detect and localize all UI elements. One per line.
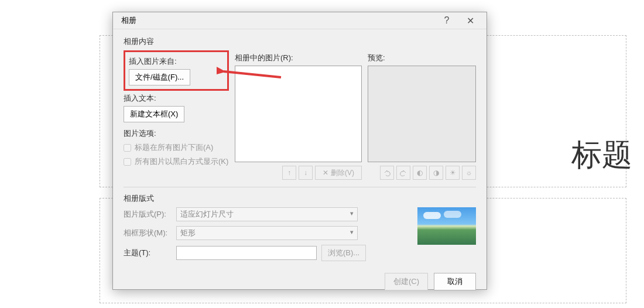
- highlight-annotation: 插入图片来自: 文件/磁盘(F)...: [124, 50, 229, 91]
- file-disk-button[interactable]: 文件/磁盘(F)...: [129, 69, 190, 85]
- contrast-up-button: ◐: [413, 166, 427, 180]
- insert-picture-from-label: 插入图片来自:: [129, 56, 224, 67]
- frame-shape-label: 相框形状(M):: [124, 228, 176, 238]
- caption-below-checkbox: [124, 144, 131, 152]
- theme-label: 主题(T):: [124, 248, 176, 258]
- move-down-button: ↓: [299, 166, 313, 180]
- picture-layout-label: 图片版式(P):: [124, 209, 176, 220]
- album-content-label: 相册内容: [124, 36, 476, 47]
- frame-shape-combo: 矩形: [176, 226, 358, 240]
- help-button[interactable]: ?: [435, 12, 458, 29]
- picture-options-label: 图片选项:: [124, 128, 229, 139]
- contrast-down-button: ◑: [429, 166, 443, 180]
- album-pictures-list[interactable]: [235, 66, 362, 162]
- insert-text-label: 插入文本:: [124, 93, 229, 104]
- pictures-in-album-label: 相册中的图片(R):: [235, 53, 362, 63]
- brightness-up-button: ☀: [446, 166, 460, 180]
- rotate-left-button: [380, 166, 394, 180]
- preview-label: 预览:: [368, 53, 476, 63]
- bw-display-checkbox: [124, 158, 131, 166]
- picture-layout-combo[interactable]: 适应幻灯片尺寸: [176, 207, 358, 221]
- browse-theme-button: 浏览(B)...: [321, 245, 366, 261]
- slide-title-text: 标题: [571, 135, 632, 176]
- brightness-down-button: ☼: [462, 166, 476, 180]
- album-layout-label: 相册版式: [124, 193, 476, 204]
- theme-input[interactable]: [176, 246, 317, 260]
- cancel-button[interactable]: 取消: [434, 273, 476, 290]
- create-button[interactable]: 创建(C): [385, 273, 428, 290]
- layout-preview-image: [417, 207, 476, 245]
- move-up-button: ↑: [282, 166, 296, 180]
- bw-display-label: 所有图片以黑白方式显示(K): [135, 156, 228, 167]
- caption-below-checkbox-row: 标题在所有图片下面(A): [124, 142, 229, 153]
- rotate-right-button: [396, 166, 410, 180]
- bw-display-checkbox-row: 所有图片以黑白方式显示(K): [124, 156, 229, 167]
- photo-album-dialog: 相册 ? ✕ 相册内容 插入图片来自: 文件/磁盘(F)... 插入文本: 新建…: [112, 12, 487, 290]
- section-divider: [124, 187, 476, 187]
- preview-area: [368, 66, 476, 162]
- remove-button: ✕删除(V): [315, 166, 362, 180]
- dialog-title: 相册: [121, 15, 435, 26]
- new-textbox-button[interactable]: 新建文本框(X): [124, 106, 184, 122]
- close-button[interactable]: ✕: [458, 12, 482, 29]
- caption-below-label: 标题在所有图片下面(A): [135, 142, 213, 153]
- dialog-footer: 创建(C) 取消: [113, 273, 487, 290]
- dialog-titlebar: 相册 ? ✕: [113, 12, 487, 29]
